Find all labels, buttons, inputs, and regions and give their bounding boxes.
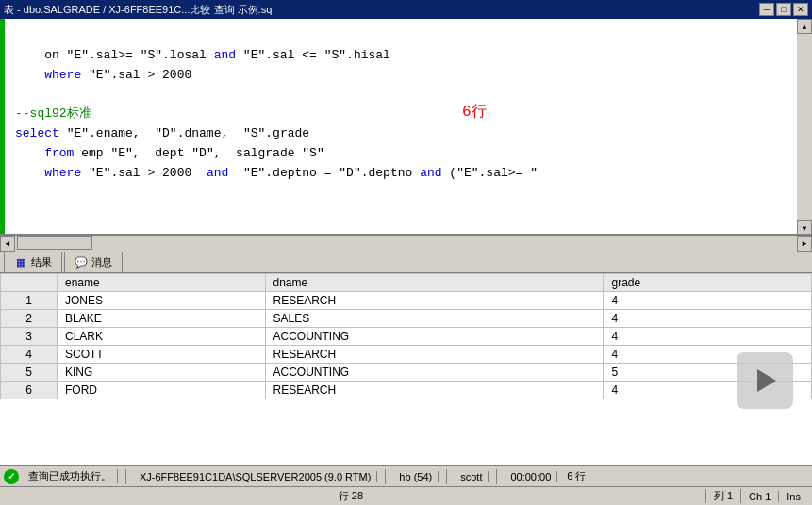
bottom-bar: 行 28 列 1 Ch 1 Ins [0, 486, 812, 505]
code-comment: --sql92标准 [15, 106, 91, 121]
maximize-button[interactable]: □ [776, 3, 791, 16]
tabs-area: ▦ 结果 💬 消息 [0, 251, 812, 273]
cell-ename: JONES [58, 292, 266, 310]
cell-ename: KING [58, 364, 266, 382]
success-icon: ✓ [4, 469, 19, 484]
cell-ename: FORD [58, 382, 266, 399]
cell-dname: SALES [265, 310, 604, 328]
scroll-down-button[interactable]: ▼ [797, 220, 812, 236]
row-num: 2 [1, 310, 58, 328]
table-row: 2 BLAKE SALES 4 [1, 310, 812, 328]
table-row: 6 FORD RESEARCH 4 [1, 382, 812, 399]
editor-area[interactable]: on "E".sal>= "S".losal and "E".sal <= "S… [0, 19, 812, 236]
messages-icon: 💬 [75, 256, 88, 269]
table-row: 5 KING ACCOUNTING 5 [1, 364, 812, 382]
title-text: 表 - dbo.SALGRADE / XJ-6FF8EE91C...比较 查询 … [4, 3, 274, 17]
divider-3 [446, 469, 447, 484]
cell-ename: SCOTT [58, 346, 266, 364]
tab-messages-label: 消息 [91, 255, 112, 269]
row-num: 1 [1, 292, 58, 310]
h-scroll-track[interactable] [15, 236, 797, 251]
results-icon: ▦ [14, 256, 27, 269]
scroll-right-button[interactable]: ► [797, 236, 812, 252]
table-row: 4 SCOTT RESEARCH 4 [1, 346, 812, 364]
code-content[interactable]: on "E".sal>= "S".losal and "E".sal <= "S… [0, 19, 812, 210]
status-bar: ✓ 查询已成功执行。 XJ-6FF8EE91C1DA\SQLSERVER2005… [0, 465, 812, 486]
ins-mode: Ins [779, 491, 808, 502]
col-dname-header: dname [265, 274, 604, 292]
db-info: hb (54) [393, 471, 439, 482]
code-line-5: select "E".ename, "D".dname, "S".grade [15, 126, 309, 140]
divider-2 [385, 469, 386, 484]
col-num-header [1, 274, 58, 292]
row-num: 6 [1, 382, 58, 399]
col-position: 列 1 [706, 489, 741, 503]
row-num: 3 [1, 328, 58, 346]
divider-4 [496, 469, 497, 484]
row-num: 4 [1, 346, 58, 364]
code-line-1: on "E".sal>= "S".losal and "E".sal <= "S… [15, 48, 390, 62]
cell-dname: ACCOUNTING [265, 364, 604, 382]
code-line-2: where "E".sal > 2000 [15, 68, 191, 82]
table-row: 3 CLARK ACCOUNTING 4 [1, 328, 812, 346]
scroll-up-button[interactable]: ▲ [797, 19, 812, 34]
play-overlay[interactable] [737, 352, 793, 409]
close-button[interactable]: ✕ [793, 3, 808, 16]
window-controls: ─ □ ✕ [759, 3, 808, 16]
line-indicator [0, 19, 5, 234]
play-icon [757, 369, 776, 392]
tab-results[interactable]: ▦ 结果 [4, 252, 62, 272]
cell-dname: RESEARCH [265, 346, 604, 364]
results-area: ename dname grade 1 JONES RESEARCH 4 2 B… [0, 273, 812, 465]
rows-info: 6 行 [561, 469, 591, 483]
cell-dname: RESEARCH [265, 292, 604, 310]
table-header-row: ename dname grade [1, 274, 812, 292]
ch-position: Ch 1 [741, 491, 779, 502]
cell-ename: BLAKE [58, 310, 266, 328]
code-line-6: from emp "E", dept "D", salgrade "S" [15, 146, 324, 160]
tab-results-label: 结果 [31, 255, 52, 269]
cell-grade: 4 [604, 310, 812, 328]
row-num: 5 [1, 364, 58, 382]
cell-grade: 4 [604, 292, 812, 310]
scroll-track[interactable] [797, 34, 812, 220]
cell-ename: CLARK [58, 328, 266, 346]
scroll-thumb[interactable] [17, 236, 92, 250]
tab-messages[interactable]: 💬 消息 [64, 252, 123, 272]
minimize-button[interactable]: ─ [759, 3, 774, 16]
row-position: 行 28 [4, 489, 706, 503]
col-ename-header: ename [58, 274, 266, 292]
time-info: 00:00:00 [505, 471, 557, 482]
cell-dname: RESEARCH [265, 382, 604, 399]
horizontal-scrollbar[interactable]: ◄ ► [0, 236, 812, 251]
scroll-left-button[interactable]: ◄ [0, 236, 15, 252]
main-window: on "E".sal>= "S".losal and "E".sal <= "S… [0, 19, 812, 505]
user-info: scott [455, 471, 489, 482]
divider-1 [125, 469, 126, 484]
server-info: XJ-6FF8EE91C1DA\SQLSERVER2005 (9.0 RTM) [134, 471, 377, 482]
title-bar-title: 表 - dbo.SALGRADE / XJ-6FF8EE91C...比较 查询 … [4, 3, 274, 17]
cell-grade: 4 [604, 328, 812, 346]
vertical-scrollbar[interactable]: ▲ ▼ [797, 19, 812, 236]
status-message: 查询已成功执行。 [23, 469, 118, 483]
results-table: ename dname grade 1 JONES RESEARCH 4 2 B… [0, 273, 812, 399]
table-row: 1 JONES RESEARCH 4 [1, 292, 812, 310]
cell-dname: ACCOUNTING [265, 328, 604, 346]
code-line-7: where "E".sal > 2000 and "E".deptno = "D… [15, 166, 538, 180]
col-grade-header: grade [604, 274, 812, 292]
row-count-label: 6行 [462, 102, 487, 122]
title-bar: 表 - dbo.SALGRADE / XJ-6FF8EE91C...比较 查询 … [0, 0, 812, 19]
